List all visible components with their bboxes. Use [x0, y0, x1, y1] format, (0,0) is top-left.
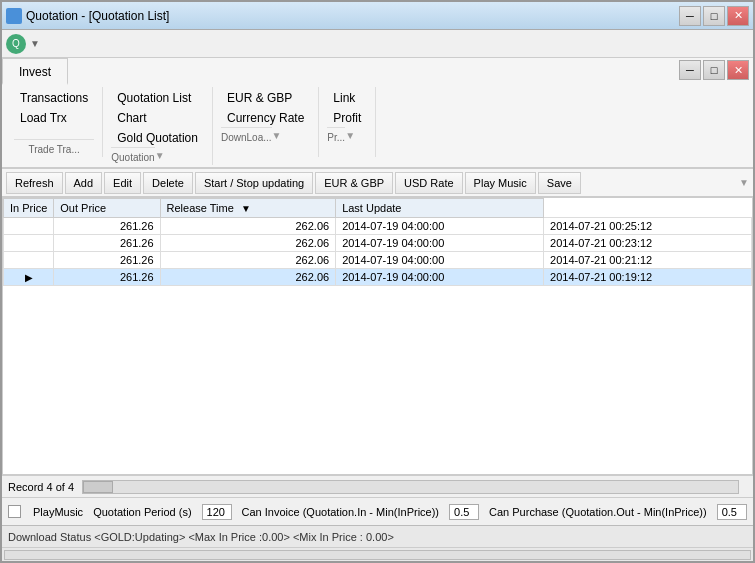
ribbon-group-transactions: Transactions Load Trx Trade Tra...: [6, 87, 103, 157]
col-in-price[interactable]: In Price: [4, 199, 54, 218]
can-invoice-label: Can Invoice (Quotation.In - Min(InPrice)…: [242, 506, 439, 518]
cell-in-price: 261.26: [54, 252, 160, 269]
ribbon-tab-bar: Invest: [2, 58, 68, 85]
quotation-period-value[interactable]: 120: [202, 504, 232, 520]
edit-button[interactable]: Edit: [104, 172, 141, 194]
play-music-button[interactable]: Play Music: [465, 172, 536, 194]
scrollbar-thumb[interactable]: [83, 481, 113, 493]
status-bar: Record 4 of 4: [2, 475, 753, 497]
app-logo: Q: [6, 34, 26, 54]
can-purchase-value[interactable]: 0.5: [717, 504, 747, 520]
profit-group-label: Pr...: [327, 127, 345, 143]
ribbon-item-link[interactable]: Link: [327, 89, 367, 107]
outer-scroll-track[interactable]: [4, 550, 751, 560]
col-last-update[interactable]: Last Update: [336, 199, 544, 218]
download-status-bar: Download Status <GOLD:Updating> <Max In …: [2, 525, 753, 547]
can-invoice-value[interactable]: 0.5: [449, 504, 479, 520]
table-row[interactable]: 261.26262.062014-07-19 04:00:002014-07-2…: [4, 235, 752, 252]
toolbar-dropdown-arrow[interactable]: ▼: [739, 177, 749, 188]
cell-out-price: 262.06: [160, 269, 336, 286]
cell-release-time: 2014-07-19 04:00:00: [336, 252, 544, 269]
can-purchase-label: Can Purchase (Quotation.Out - Min(InPric…: [489, 506, 707, 518]
minimize-button[interactable]: ─: [679, 6, 701, 26]
cell-last-update: 2014-07-21 00:25:12: [544, 218, 752, 235]
row-pointer-cell: [4, 235, 54, 252]
cell-release-time: 2014-07-19 04:00:00: [336, 218, 544, 235]
profit-items: Link Profit: [327, 89, 367, 127]
horizontal-scrollbar[interactable]: [82, 480, 739, 494]
title-bar: Quotation - [Quotation List] ─ □ ✕: [2, 2, 753, 30]
window-title: Quotation - [Quotation List]: [26, 9, 679, 23]
window-controls: ─ □ ✕: [679, 6, 749, 26]
quotation-items: Quotation List Chart Gold Quotation: [111, 89, 204, 147]
row-pointer-cell: [4, 252, 54, 269]
profit-group-arrow: ▼: [345, 130, 355, 141]
row-pointer-cell: ▶: [4, 269, 54, 286]
tab-invest[interactable]: Invest: [2, 58, 68, 85]
quotation-table-container[interactable]: In Price Out Price Release Time ▼ Last U…: [2, 197, 753, 475]
ribbon-group-profit: Link Profit Pr... ▼: [319, 87, 376, 157]
quick-access-toolbar: Q ▼: [2, 30, 753, 58]
play-music-label: PlayMusic: [33, 506, 83, 518]
sort-arrow-release-time: ▼: [241, 203, 251, 214]
usd-rate-button[interactable]: USD Rate: [395, 172, 463, 194]
cell-release-time: 2014-07-19 04:00:00: [336, 269, 544, 286]
quotation-group-arrow: ▼: [155, 150, 165, 161]
table-row[interactable]: ▶261.26262.062014-07-19 04:00:002014-07-…: [4, 269, 752, 286]
ribbon-group-download: EUR & GBP Currency Rate DownLoa... ▼: [213, 87, 319, 157]
ribbon-item-gold-quotation[interactable]: Gold Quotation: [111, 129, 204, 147]
cell-last-update: 2014-07-21 00:21:12: [544, 252, 752, 269]
eur-gbp-button[interactable]: EUR & GBP: [315, 172, 393, 194]
delete-button[interactable]: Delete: [143, 172, 193, 194]
record-status: Record 4 of 4: [8, 481, 74, 493]
ribbon-close-button[interactable]: ✕: [727, 60, 749, 80]
cell-out-price: 262.06: [160, 252, 336, 269]
download-group-arrow: ▼: [272, 130, 282, 141]
ribbon-group-quotation: Quotation List Chart Gold Quotation Quot…: [103, 87, 213, 165]
table-body: 261.26262.062014-07-19 04:00:002014-07-2…: [4, 218, 752, 286]
main-toolbar: Refresh Add Edit Delete Start / Stop upd…: [2, 169, 753, 197]
quotation-period-label: Quotation Period (s): [93, 506, 191, 518]
close-button[interactable]: ✕: [727, 6, 749, 26]
add-button[interactable]: Add: [65, 172, 103, 194]
table-header-row: In Price Out Price Release Time ▼ Last U…: [4, 199, 752, 218]
app-icon: [6, 8, 22, 24]
start-stop-button[interactable]: Start / Stop updating: [195, 172, 313, 194]
download-items: EUR & GBP Currency Rate: [221, 89, 310, 127]
transactions-items: Transactions Load Trx: [14, 89, 94, 127]
col-release-time[interactable]: Release Time ▼: [160, 199, 336, 218]
transactions-group-label: Trade Tra...: [14, 139, 94, 155]
ribbon-item-profit[interactable]: Profit: [327, 109, 367, 127]
cell-in-price: 261.26: [54, 269, 160, 286]
quick-access-arrow[interactable]: ▼: [30, 38, 40, 49]
cell-out-price: 262.06: [160, 218, 336, 235]
maximize-button[interactable]: □: [703, 6, 725, 26]
cell-release-time: 2014-07-19 04:00:00: [336, 235, 544, 252]
play-music-checkbox[interactable]: [8, 505, 21, 518]
ribbon-restore-button[interactable]: □: [703, 60, 725, 80]
refresh-button[interactable]: Refresh: [6, 172, 63, 194]
col-out-price[interactable]: Out Price: [54, 199, 160, 218]
cell-in-price: 261.26: [54, 218, 160, 235]
download-status-text: Download Status <GOLD:Updating> <Max In …: [8, 531, 394, 543]
current-row-pointer: ▶: [25, 272, 33, 283]
ribbon-item-quotation-list[interactable]: Quotation List: [111, 89, 204, 107]
save-button[interactable]: Save: [538, 172, 581, 194]
cell-in-price: 261.26: [54, 235, 160, 252]
table-row[interactable]: 261.26262.062014-07-19 04:00:002014-07-2…: [4, 218, 752, 235]
quotation-group-label: Quotation: [111, 147, 154, 163]
ribbon-min-button[interactable]: ─: [679, 60, 701, 80]
ribbon-item-transactions[interactable]: Transactions: [14, 89, 94, 107]
cell-last-update: 2014-07-21 00:23:12: [544, 235, 752, 252]
main-window: Quotation - [Quotation List] ─ □ ✕ Q ▼ I…: [0, 0, 755, 563]
cell-last-update: 2014-07-21 00:19:12: [544, 269, 752, 286]
table-row[interactable]: 261.26262.062014-07-19 04:00:002014-07-2…: [4, 252, 752, 269]
outer-scrollbar[interactable]: [2, 547, 753, 561]
ribbon-item-currency-rate[interactable]: Currency Rate: [221, 109, 310, 127]
ribbon-item-load-trx[interactable]: Load Trx: [14, 109, 94, 127]
ribbon-content: Transactions Load Trx Trade Tra... Quota…: [2, 85, 753, 167]
ribbon-item-eur-gbp[interactable]: EUR & GBP: [221, 89, 310, 107]
ribbon-item-chart[interactable]: Chart: [111, 109, 204, 127]
bottom-bar: PlayMusic Quotation Period (s) 120 Can I…: [2, 497, 753, 525]
download-group-label: DownLoa...: [221, 127, 272, 143]
